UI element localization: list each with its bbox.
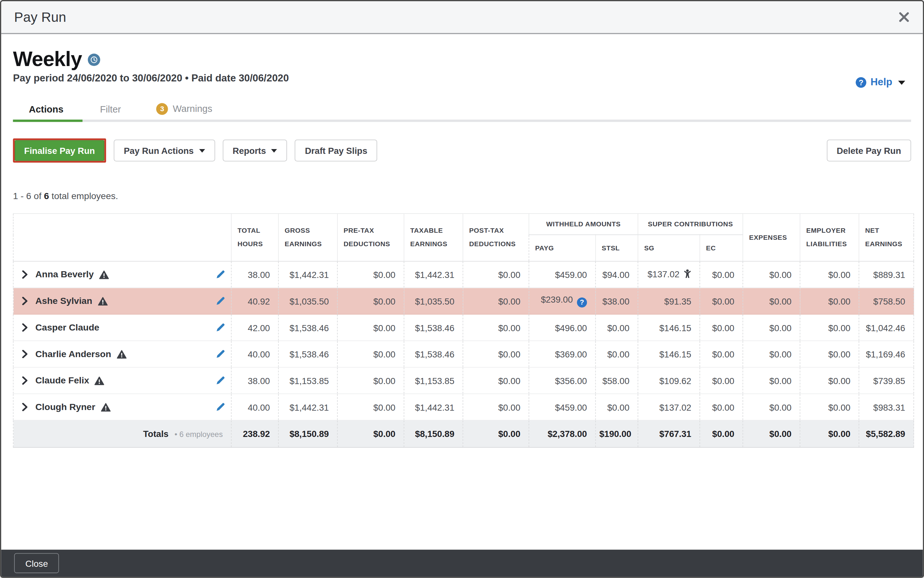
delete-pay-run-button[interactable]: Delete Pay Run — [827, 140, 911, 161]
cell-payg: $496.00 — [529, 314, 595, 341]
cell-expenses: $0.00 — [743, 288, 800, 315]
employee-name-cell[interactable]: Casper Claude — [13, 314, 231, 341]
cell-value: $1,035.50 — [290, 296, 329, 306]
info-icon[interactable]: ? — [577, 297, 587, 307]
header-employer-liabilities: EMPLOYER LIABILITIES — [800, 214, 859, 261]
warning-icon — [94, 376, 104, 385]
edit-pencil-icon[interactable] — [216, 402, 225, 412]
cell-post-tax-deductions: $0.00 — [463, 314, 529, 341]
header-total-hours: TOTAL HOURS — [231, 214, 278, 261]
cell-stsl: $58.00 — [595, 367, 638, 394]
cell-value: $0.00 — [373, 323, 395, 333]
cell-value: $0.00 — [769, 296, 792, 306]
chevron-right-icon[interactable] — [22, 323, 28, 332]
cell-ec: $0.00 — [700, 341, 743, 367]
total-post-tax-deductions: $0.00 — [463, 420, 529, 448]
edit-pencil-icon[interactable] — [216, 323, 225, 332]
warning-icon — [101, 403, 111, 412]
cell-sg: $137.02 — [638, 394, 700, 420]
cell-net-earnings: $1,169.46 — [859, 341, 914, 367]
tab-warnings-label: Warnings — [173, 104, 212, 114]
chevron-right-icon[interactable] — [22, 403, 28, 411]
cell-net-earnings: $1,042.46 — [859, 314, 914, 341]
cell-expenses: $0.00 — [743, 394, 800, 420]
cell-post-tax-deductions: $0.00 — [463, 341, 529, 367]
header-group-withheld-amounts: WITHHELD AMOUNTS — [529, 214, 638, 235]
cell-payg: $356.00 — [529, 367, 595, 394]
cell-post-tax-deductions: $0.00 — [463, 367, 529, 394]
question-circle-icon: ? — [856, 77, 866, 88]
total-taxable-earnings: $8,150.89 — [404, 420, 463, 448]
cell-value: $0.00 — [498, 375, 521, 385]
cell-expenses: $0.00 — [743, 261, 800, 288]
cell-value: $137.02 — [659, 402, 691, 412]
cell-employer-liabilities: $0.00 — [800, 314, 859, 341]
edit-pencil-icon[interactable] — [216, 376, 225, 385]
employee-name-cell[interactable]: Ashe Sylvian — [13, 288, 231, 315]
totals-employee-count: • 6 employees — [174, 430, 223, 439]
cell-value: $38.00 — [602, 296, 629, 306]
employee-name[interactable]: Claude Felix — [35, 375, 89, 386]
pay-run-actions-button[interactable]: Pay Run Actions — [114, 140, 215, 161]
cell-pre-tax-deductions: $0.00 — [337, 314, 404, 341]
total-ec: $0.00 — [700, 420, 743, 448]
header-ec: EC — [700, 235, 743, 261]
total-total-hours: 238.92 — [231, 420, 278, 448]
cell-value: $109.62 — [659, 375, 691, 385]
close-button[interactable]: Close — [14, 553, 59, 573]
cell-taxable-earnings: $1,442.31 — [404, 394, 463, 420]
modal-content: ? Help Weekly Pay period 24/06/2020 to 3… — [1, 34, 923, 550]
cell-employer-liabilities: $0.00 — [800, 367, 859, 394]
finalise-pay-run-button[interactable]: Finalise Pay Run — [15, 140, 104, 161]
draft-pay-slips-button[interactable]: Draft Pay Slips — [295, 140, 377, 161]
child-icon — [684, 269, 691, 280]
cell-value: $983.31 — [874, 402, 905, 412]
cell-net-earnings: $739.85 — [859, 367, 914, 394]
help-menu[interactable]: ? Help — [856, 76, 905, 88]
employee-name-cell[interactable]: Charlie Anderson — [13, 341, 231, 367]
cell-value: $0.00 — [769, 375, 792, 385]
header-employee — [13, 214, 231, 261]
employee-name[interactable]: Clough Ryner — [35, 402, 95, 412]
edit-pencil-icon[interactable] — [216, 296, 225, 305]
cell-payg: $369.00 — [529, 341, 595, 367]
warning-icon — [99, 270, 109, 279]
cell-employer-liabilities: $0.00 — [800, 288, 859, 315]
cell-net-earnings: $983.31 — [859, 394, 914, 420]
delete-pay-run-label: Delete Pay Run — [837, 146, 901, 156]
edit-pencil-icon[interactable] — [216, 349, 225, 359]
total-pre-tax-deductions: $0.00 — [337, 420, 404, 448]
cell-value: $0.00 — [828, 375, 851, 385]
warnings-count-badge: 3 — [156, 103, 168, 115]
total-gross-earnings: $8,150.89 — [278, 420, 337, 448]
tab-warnings[interactable]: 3 Warnings — [138, 103, 230, 122]
tab-filter-label: Filter — [100, 104, 121, 115]
cell-value: $0.00 — [713, 323, 734, 333]
chevron-right-icon[interactable] — [22, 270, 28, 279]
pay-run-modal: Pay Run ? Help Weekly Pay period 24/06/2… — [0, 0, 924, 578]
reports-button[interactable]: Reports — [223, 140, 287, 161]
caret-down-icon — [271, 149, 277, 152]
cell-value: $459.00 — [555, 270, 587, 279]
chevron-right-icon[interactable] — [22, 377, 28, 385]
employee-count-summary: 1 - 6 of 6 total employees. — [13, 191, 911, 201]
chevron-right-icon[interactable] — [22, 350, 28, 358]
employee-name-cell[interactable]: Anna Beverly — [13, 261, 231, 288]
edit-pencil-icon[interactable] — [216, 270, 225, 279]
employee-name[interactable]: Casper Claude — [35, 322, 99, 333]
cell-value: $0.00 — [373, 402, 395, 412]
chevron-right-icon[interactable] — [22, 297, 28, 305]
employee-name[interactable]: Charlie Anderson — [35, 349, 111, 359]
employee-name-cell[interactable]: Clough Ryner — [13, 394, 231, 420]
employee-name[interactable]: Anna Beverly — [35, 269, 94, 280]
close-icon[interactable] — [898, 11, 910, 23]
tab-filter[interactable]: Filter — [83, 104, 139, 122]
table-row: Clough Ryner40.00$1,442.31$0.00$1,442.31… — [13, 394, 914, 420]
tab-actions[interactable]: Actions — [13, 104, 82, 122]
cell-pre-tax-deductions: $0.00 — [337, 288, 404, 315]
cell-taxable-earnings: $1,442.31 — [404, 261, 463, 288]
employee-name-cell[interactable]: Claude Felix — [13, 367, 231, 394]
cell-sg: $137.02 — [638, 261, 700, 288]
pay-run-table: TOTAL HOURS GROSS EARNINGS PRE-TAX DEDUC… — [13, 213, 914, 448]
employee-name[interactable]: Ashe Sylvian — [35, 295, 92, 306]
